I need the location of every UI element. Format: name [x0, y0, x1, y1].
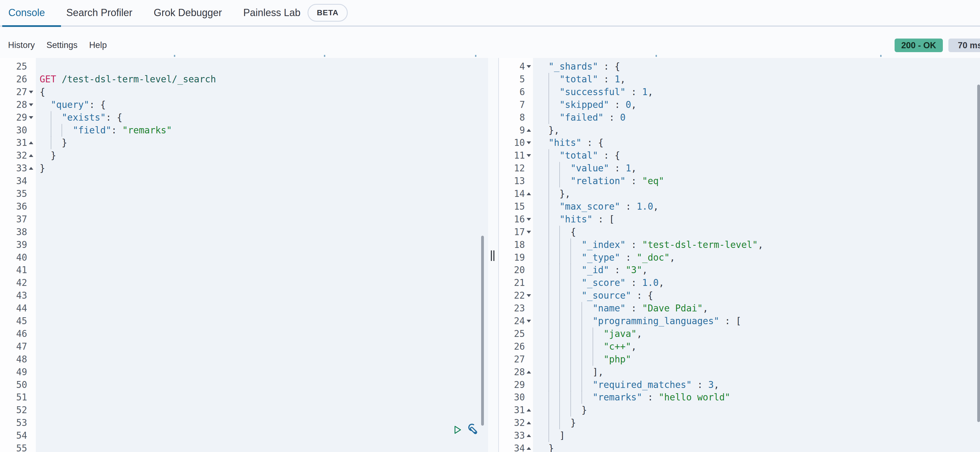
line-number: 28 [0, 99, 27, 111]
clipped-line-fragment [174, 55, 175, 57]
line-number: 29 [486, 379, 525, 391]
fold-collapse-icon[interactable] [29, 91, 33, 94]
tab-grok-debugger[interactable]: Grok Debugger [154, 7, 222, 19]
code-line: { [40, 86, 45, 99]
code-line: "hits" : [ [538, 213, 614, 226]
code-line: } [40, 162, 45, 175]
line-number: 32 [486, 417, 525, 429]
line-number: 17 [486, 226, 525, 239]
clipped-line-fragment [475, 55, 476, 57]
request-editor-scrollbar[interactable] [481, 236, 484, 426]
tab-painless-lab[interactable]: Painless Lab BETA [243, 4, 347, 22]
code-line: "programming_languages" : [ [538, 315, 741, 328]
line-number: 30 [0, 124, 27, 137]
code-line: "relation" : "eq" [538, 175, 664, 188]
menu-help[interactable]: Help [89, 40, 107, 50]
fold-expand-icon[interactable] [29, 154, 33, 157]
menu-settings[interactable]: Settings [46, 40, 77, 50]
line-number: 33 [0, 162, 27, 175]
line-number: 25 [0, 60, 27, 73]
code-line: }, [538, 188, 570, 200]
line-number: 11 [486, 149, 525, 162]
line-number: 46 [0, 328, 27, 340]
line-number: 27 [486, 353, 525, 366]
line-number: 14 [486, 188, 525, 200]
line-number: 53 [0, 417, 27, 429]
code-line: { [538, 226, 576, 239]
line-number: 16 [486, 213, 525, 226]
response-viewer-scrollbar[interactable] [977, 84, 980, 422]
code-line: "hits" : { [538, 137, 603, 149]
line-number: 26 [486, 340, 525, 353]
line-number: 29 [0, 111, 27, 124]
line-number: 55 [0, 442, 27, 452]
send-request-button[interactable] [454, 425, 462, 436]
menu-history[interactable]: History [8, 40, 35, 50]
line-number: 15 [486, 200, 525, 213]
line-number: 47 [0, 340, 27, 353]
fold-collapse-icon[interactable] [527, 218, 531, 221]
fold-expand-icon[interactable] [527, 371, 531, 374]
line-number: 4 [486, 60, 525, 73]
fold-collapse-icon[interactable] [527, 294, 531, 297]
panel-resize-handle[interactable] [491, 250, 496, 261]
line-number: 54 [0, 429, 27, 442]
line-number: 52 [0, 404, 27, 417]
line-number: 24 [486, 315, 525, 328]
code-line: "_type" : "_doc", [538, 251, 675, 264]
code-line: ] [538, 429, 565, 442]
response-time-badge: 70 ms [948, 38, 980, 52]
code-line: "name" : "Dave Pdai", [538, 302, 708, 315]
fold-collapse-icon[interactable] [527, 231, 531, 234]
line-number: 51 [0, 391, 27, 404]
code-line: "_score" : 1.0, [538, 277, 664, 289]
code-line: "successful" : 1, [538, 86, 653, 99]
fold-collapse-icon[interactable] [527, 65, 531, 68]
code-line: "_source" : { [538, 289, 653, 302]
line-number: 41 [0, 264, 27, 277]
request-options-button[interactable] [466, 424, 478, 437]
line-number: 31 [486, 404, 525, 417]
fold-expand-icon[interactable] [527, 434, 531, 437]
fold-collapse-icon[interactable] [527, 320, 531, 323]
line-number: 28 [486, 366, 525, 379]
fold-expand-icon[interactable] [527, 129, 531, 132]
fold-expand-icon[interactable] [527, 193, 531, 195]
line-number: 22 [486, 289, 525, 302]
fold-expand-icon[interactable] [29, 142, 33, 144]
fold-collapse-icon[interactable] [527, 142, 531, 144]
line-number: 7 [486, 99, 525, 111]
active-tab-underline [2, 25, 61, 27]
line-number: 42 [0, 277, 27, 289]
clipped-line-fragment [655, 55, 657, 57]
code-line: "_index" : "test-dsl-term-level", [538, 239, 764, 251]
line-number: 9 [486, 124, 525, 137]
line-number: 50 [0, 379, 27, 391]
line-number: 33 [486, 429, 525, 442]
code-line: "skipped" : 0, [538, 99, 637, 111]
code-line: "remarks" : "hello world" [538, 391, 730, 404]
tab-search-profiler[interactable]: Search Profiler [66, 7, 132, 19]
fold-expand-icon[interactable] [29, 167, 33, 170]
fold-expand-icon[interactable] [527, 447, 531, 450]
code-line: } [40, 149, 56, 162]
code-line: } [538, 442, 554, 452]
fold-collapse-icon[interactable] [29, 116, 33, 119]
code-line: "c++", [538, 340, 637, 353]
fold-collapse-icon[interactable] [527, 154, 531, 157]
tab-console[interactable]: Console [8, 7, 45, 19]
fold-expand-icon[interactable] [527, 409, 531, 412]
line-number: 21 [486, 277, 525, 289]
code-line: "_shards" : { [538, 60, 620, 73]
code-line: }, [538, 124, 559, 137]
beta-badge: BETA [307, 4, 347, 22]
code-line: } [538, 404, 587, 417]
line-number: 45 [0, 315, 27, 328]
line-number: 12 [486, 162, 525, 175]
fold-collapse-icon[interactable] [29, 103, 33, 106]
line-number: 40 [0, 251, 27, 264]
line-number: 6 [486, 86, 525, 99]
fold-expand-icon[interactable] [527, 422, 531, 424]
code-line: ], [538, 366, 603, 379]
line-number: 38 [0, 226, 27, 239]
